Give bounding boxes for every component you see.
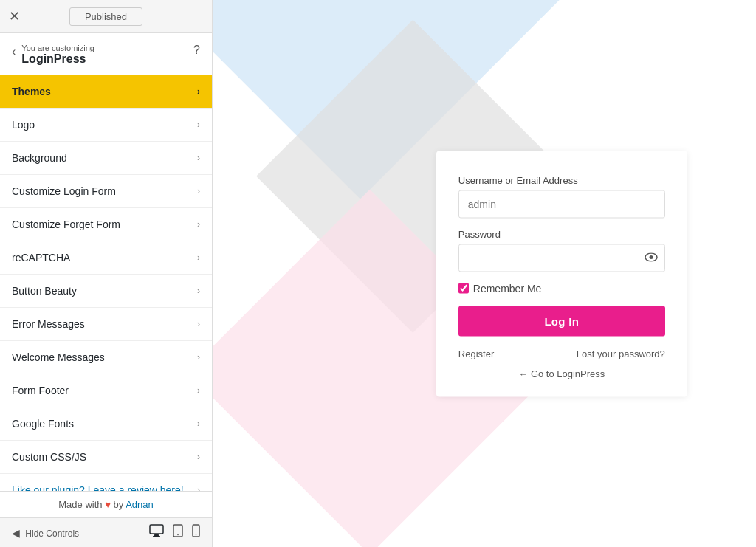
chevron-right-icon: › [197,319,200,329]
customizing-header: ‹ You are customizing LoginPress ? [0,33,212,75]
by-text: by [113,499,123,510]
sidebar-item-label: Form Footer [12,385,69,396]
chevron-right-icon: › [197,385,200,396]
lost-password-link[interactable]: Lost your password? [577,348,665,359]
sidebar-item-label: Themes [12,86,51,97]
username-input[interactable] [458,190,665,218]
chevron-right-icon: › [197,153,200,163]
tablet-icon[interactable] [173,524,183,541]
sidebar-item-background[interactable]: Background › [0,142,212,175]
nav-list: Themes › Logo › Background › Customize L… [0,75,212,491]
back-button[interactable]: ‹ [12,45,16,58]
svg-rect-2 [153,536,160,537]
sidebar-bottombar: ◀ Hide Controls [0,517,212,547]
chevron-right-icon: › [197,352,200,362]
device-icons [149,524,200,541]
sidebar-item-label: reCAPTCHA [12,252,70,264]
author-link[interactable]: Adnan [126,499,154,510]
customizing-info: You are customizing LoginPress [21,44,193,66]
sidebar-item-label: Custom CSS/JS [12,451,86,463]
login-card: Username or Email Address Password Remem… [436,151,687,396]
sidebar-item-label: Error Messages [12,318,85,330]
sidebar-item-error-messages[interactable]: Error Messages › [0,308,212,341]
password-input[interactable] [458,244,665,272]
sidebar-item-custom-css-js[interactable]: Custom CSS/JS › [0,441,212,474]
remember-me-row: Remember Me [458,282,665,294]
sidebar-item-form-footer[interactable]: Form Footer › [0,374,212,407]
svg-rect-1 [154,534,159,536]
svg-point-6 [196,534,196,535]
sidebar-item-logo[interactable]: Logo › [0,109,212,142]
sidebar-item-customize-forget-form[interactable]: Customize Forget Form › [0,208,212,241]
chevron-right-icon: › [197,419,200,429]
customizing-title: LoginPress [21,52,193,66]
review-link-label: Like our plugin? Leave a review here! [12,484,184,491]
remember-me-checkbox[interactable] [458,283,469,293]
sidebar-item-label: Button Beauty [12,285,77,297]
go-back-link[interactable]: ← Go to LoginPress [518,368,605,379]
login-button[interactable]: Log In [458,306,665,336]
sidebar-topbar: ✕ Published [0,0,212,33]
sidebar-item-button-beauty[interactable]: Button Beauty › [0,275,212,308]
sidebar-item-themes[interactable]: Themes › [0,75,212,109]
password-wrapper [458,244,665,272]
sidebar-item-label: Google Fonts [12,418,74,430]
published-button[interactable]: Published [69,7,142,26]
sidebar: ✕ Published ‹ You are customizing LoginP… [0,0,213,547]
sidebar-item-label: Logo [12,119,35,131]
chevron-right-icon: › [197,86,200,97]
chevron-right-icon: › [197,120,200,130]
made-with-text: Made with [58,499,102,510]
heart-icon: ♥ [105,499,111,510]
sidebar-item-google-fonts[interactable]: Google Fonts › [0,407,212,441]
customizing-label: You are customizing [21,44,193,52]
chevron-right-icon: › [197,452,200,462]
username-label: Username or Email Address [458,174,665,185]
sidebar-item-label: Customize Forget Form [12,219,120,230]
sidebar-item-welcome-messages[interactable]: Welcome Messages › [0,341,212,374]
sidebar-item-label: Welcome Messages [12,351,105,363]
password-toggle-icon[interactable] [645,251,658,264]
desktop-icon[interactable] [149,524,164,541]
chevron-right-icon: › [197,219,200,230]
chevron-right-icon: › [197,286,200,296]
sidebar-item-label: Customize Login Form [12,185,116,197]
chevron-right-icon: › [197,252,200,263]
go-back-row: ← Go to LoginPress [458,368,665,379]
sidebar-footer: Made with ♥ by Adnan [0,491,212,517]
form-links: Register Lost your password? [458,348,665,359]
chevron-right-icon: › [197,485,200,491]
svg-rect-0 [150,525,163,534]
svg-point-11 [649,255,653,259]
remember-me-label: Remember Me [473,282,542,294]
mobile-icon[interactable] [192,524,200,541]
password-label: Password [458,228,665,239]
preview-area: Username or Email Address Password Remem… [213,0,756,547]
svg-point-4 [177,534,179,536]
help-button[interactable]: ? [193,44,200,57]
sidebar-item-customize-login-form[interactable]: Customize Login Form › [0,175,212,208]
close-button[interactable]: ✕ [9,10,20,23]
hide-controls-button[interactable]: ◀ Hide Controls [12,527,79,539]
sidebar-item-recaptcha[interactable]: reCAPTCHA › [0,241,212,275]
sidebar-item-review-link[interactable]: Like our plugin? Leave a review here! › [0,474,212,491]
register-link[interactable]: Register [458,348,494,359]
chevron-right-icon: › [197,186,200,196]
sidebar-item-label: Background [12,152,67,164]
